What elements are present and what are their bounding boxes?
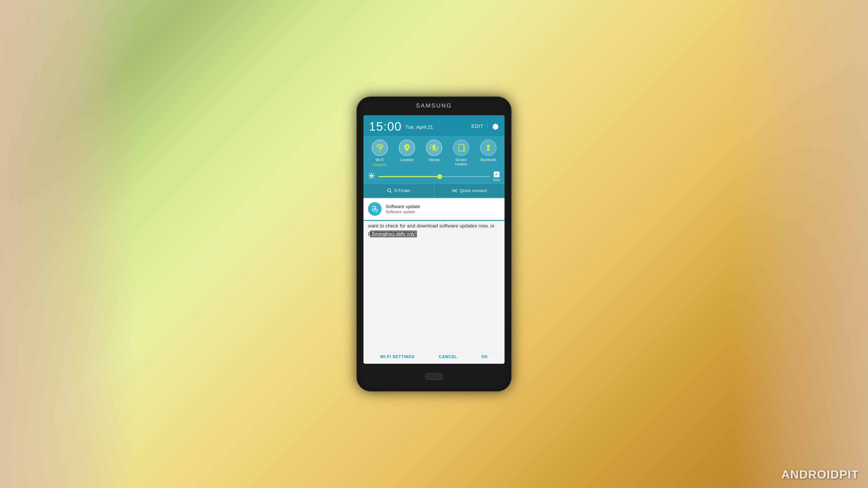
notification-icon-circle (368, 202, 381, 216)
svg-line-19 (453, 190, 454, 191)
svg-point-16 (456, 189, 457, 190)
emergency-calls-text: Emergency calls only (370, 230, 417, 237)
quick-connect-label: Quick connect (460, 188, 487, 193)
androidpit-watermark: ANDROIDPIT (781, 468, 859, 481)
samsung-brand: SAMSUNG (416, 102, 452, 109)
brightness-row: A ✓ Auto (364, 169, 504, 184)
svg-line-9 (373, 173, 374, 174)
search-icon (387, 188, 392, 193)
status-date: Tue, April 21 (405, 124, 433, 130)
bluetooth-icon (484, 143, 493, 152)
s-finder-button[interactable]: S Finder (364, 184, 434, 197)
phone-shell: SAMSUNG use your device while downloadin… (357, 97, 511, 391)
hand-left-overlay (0, 0, 135, 488)
svg-rect-1 (459, 144, 464, 151)
location-toggle-circle (399, 140, 415, 156)
home-button[interactable] (425, 373, 443, 380)
panel-header: 15:00 Tue, April 21 EDIT (364, 115, 504, 136)
settings-icon[interactable] (491, 122, 499, 130)
status-time: 15:00 (369, 119, 402, 133)
auto-brightness-checkbox[interactable]: ✓ Auto (493, 171, 500, 182)
wifi-sublabel: Fonpit AG (373, 163, 387, 166)
vibrate-label: Vibrate (428, 158, 440, 162)
quick-connect-icon (452, 188, 458, 194)
svg-line-22 (455, 191, 456, 192)
phone-frame: SAMSUNG use your device while downloadin… (357, 97, 511, 391)
svg-line-13 (390, 191, 392, 193)
s-finder-label: S Finder (394, 188, 410, 193)
brightness-thumb (437, 174, 442, 179)
screen-rotation-label: Screen rotation (449, 158, 473, 166)
ok-button[interactable]: OK (482, 355, 488, 359)
screen-rotation-icon (456, 143, 466, 153)
software-update-notification[interactable]: Software update Software update (364, 198, 504, 220)
svg-line-8 (373, 177, 374, 178)
svg-line-7 (369, 173, 370, 174)
wifi-label: Wi-Fi (375, 158, 384, 162)
wifi-settings-button[interactable]: WI-FI SETTINGS (380, 355, 415, 359)
wifi-toggle[interactable]: Wi-Fi Fonpit AG (368, 140, 392, 166)
auto-label: Auto (493, 178, 500, 182)
svg-text:A: A (370, 175, 372, 177)
svg-line-10 (369, 177, 370, 178)
screen-rotation-toggle[interactable]: Screen rotation (449, 140, 473, 166)
hand-right-overlay (733, 0, 868, 488)
svg-point-17 (452, 191, 453, 192)
software-update-icon (371, 205, 378, 213)
quick-connect-button[interactable]: Quick connect (434, 184, 505, 197)
finder-row: S Finder (364, 184, 504, 197)
wifi-toggle-circle (372, 140, 388, 156)
quick-toggles-row: Wi-Fi Fonpit AG Location (364, 136, 504, 169)
vibrate-toggle[interactable]: Vibrate (422, 140, 446, 162)
svg-line-21 (453, 191, 454, 192)
panel-header-right: EDIT (471, 122, 499, 130)
notification-subtitle: Software update (385, 210, 500, 215)
screen-rotation-toggle-circle (453, 140, 469, 156)
notification-title: Software update (385, 204, 500, 209)
notification-text: Software update Software update (385, 204, 500, 215)
notification-panel: 15:00 Tue, April 21 EDIT (364, 115, 504, 221)
app-buttons-row: WI-FI SETTINGS CANCEL OK (364, 352, 504, 361)
svg-point-15 (452, 189, 453, 190)
checkbox-box: ✓ (494, 171, 500, 177)
svg-line-20 (455, 190, 456, 191)
edit-button[interactable]: EDIT (471, 123, 484, 129)
location-label: Location (400, 158, 414, 162)
bluetooth-label: Bluetooth (480, 158, 496, 162)
bluetooth-toggle-circle (480, 140, 496, 156)
phone-screen: use your device while downloading. Choos… (364, 115, 504, 364)
bluetooth-toggle[interactable]: Bluetooth (476, 140, 500, 162)
brightness-slider[interactable] (378, 176, 490, 177)
brightness-fill (378, 176, 440, 177)
wifi-icon (375, 143, 384, 152)
svg-point-14 (454, 190, 455, 191)
vibrate-icon (429, 143, 439, 153)
brightness-icon: A (368, 172, 375, 181)
svg-point-18 (456, 191, 457, 192)
location-toggle[interactable]: Location (395, 140, 419, 162)
location-icon (402, 143, 411, 152)
cancel-button[interactable]: CANCEL (439, 355, 457, 359)
vibrate-toggle-circle (426, 140, 442, 156)
checkbox-check: ✓ (495, 172, 498, 177)
